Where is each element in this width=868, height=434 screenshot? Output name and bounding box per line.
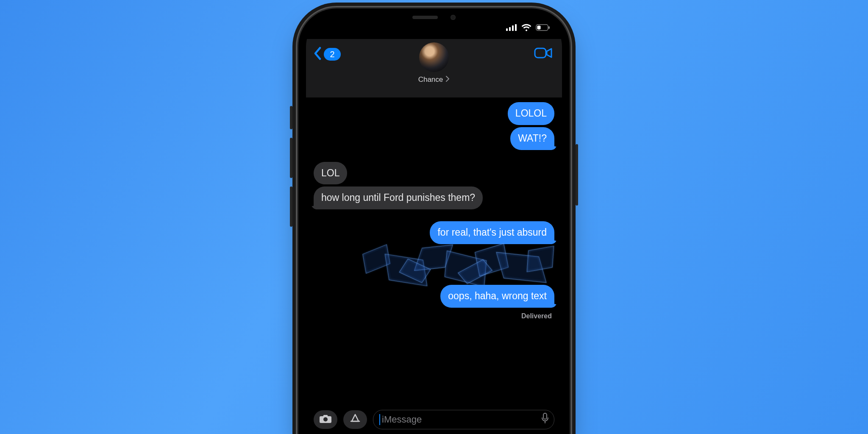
sent-bubble[interactable]: LOLOL <box>508 102 554 125</box>
unsent-message-effect[interactable] <box>359 246 554 283</box>
svg-rect-3 <box>515 24 517 31</box>
svg-rect-6 <box>548 26 550 29</box>
notch <box>381 8 487 26</box>
front-camera <box>451 15 456 20</box>
message-row[interactable]: oops, haha, wrong text <box>314 285 554 308</box>
input-bar: iMessage <box>314 407 554 432</box>
received-bubble[interactable]: how long until Ford punishes them? <box>314 186 483 209</box>
side-power-button[interactable] <box>576 144 578 206</box>
message-input[interactable]: iMessage <box>373 410 554 429</box>
back-button[interactable]: 2 <box>314 47 341 62</box>
text-caret <box>379 414 380 425</box>
svg-point-8 <box>323 417 328 422</box>
contact-info-button[interactable]: Chance <box>418 42 450 84</box>
delivered-label: Delivered <box>314 310 554 320</box>
wifi-icon <box>521 24 531 31</box>
app-store-button[interactable] <box>343 410 367 429</box>
volume-up-button[interactable] <box>290 138 292 178</box>
dictation-button[interactable] <box>541 413 549 426</box>
facetime-button[interactable] <box>534 47 553 61</box>
received-bubble[interactable]: LOL <box>314 162 347 185</box>
microphone-icon <box>541 415 549 426</box>
svg-rect-5 <box>537 26 541 30</box>
message-row[interactable]: WAT!? <box>314 127 554 150</box>
app-store-icon <box>350 413 361 426</box>
message-row[interactable]: LOL <box>314 162 554 185</box>
avatar <box>419 42 449 72</box>
svg-rect-2 <box>512 25 514 31</box>
mute-switch[interactable] <box>290 106 292 129</box>
message-row[interactable]: for real, that's just absurd <box>314 221 554 244</box>
sent-bubble[interactable]: WAT!? <box>510 127 554 150</box>
svg-rect-7 <box>535 48 546 58</box>
chevron-right-icon <box>445 75 450 84</box>
message-row[interactable]: LOLOL <box>314 102 554 125</box>
earpiece-speaker <box>412 16 438 19</box>
cellular-icon <box>506 24 517 31</box>
message-placeholder: iMessage <box>382 414 422 425</box>
sent-bubble[interactable]: oops, haha, wrong text <box>440 285 554 308</box>
svg-rect-1 <box>509 27 511 31</box>
volume-down-button[interactable] <box>290 186 292 227</box>
contact-name-label: Chance <box>418 75 443 84</box>
video-icon <box>534 53 553 61</box>
sent-bubble[interactable]: for real, that's just absurd <box>430 221 554 244</box>
unread-badge: 2 <box>324 48 341 61</box>
svg-rect-0 <box>506 28 508 31</box>
message-thread[interactable]: LOLOL WAT!? LOL how long until Ford puni… <box>306 97 562 434</box>
iphone-frame: 2 Chance <box>298 8 570 434</box>
conversation-header: 2 Chance <box>306 39 562 97</box>
message-row[interactable]: how long until Ford punishes them? <box>314 186 554 209</box>
battery-icon <box>536 24 550 31</box>
svg-rect-10 <box>543 413 547 419</box>
screen: 2 Chance <box>306 16 562 434</box>
camera-icon <box>319 414 332 426</box>
camera-button[interactable] <box>314 410 337 429</box>
chevron-left-icon <box>314 47 322 62</box>
